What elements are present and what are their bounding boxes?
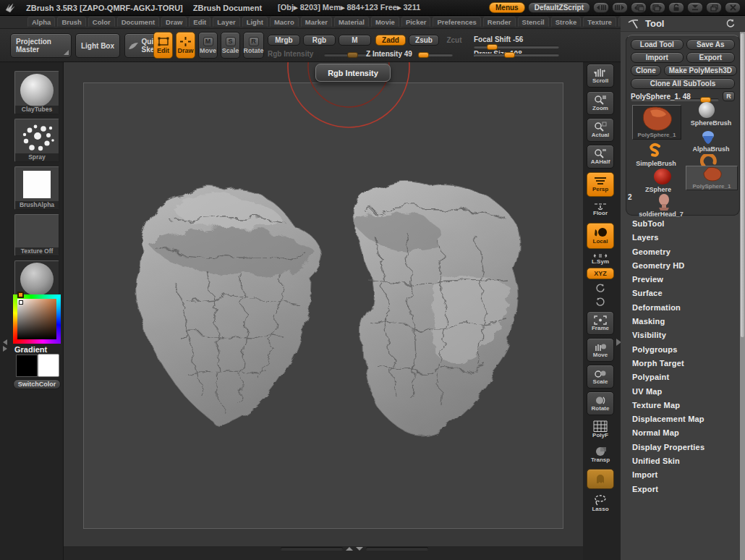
zsub-button[interactable]: Zsub: [409, 35, 439, 46]
secondary-color-swatch[interactable]: [38, 354, 59, 377]
save-as-button[interactable]: Save As: [686, 39, 735, 50]
tool-panel-scrollbar[interactable]: [740, 32, 745, 560]
menu-macro[interactable]: Macro: [270, 17, 299, 27]
bottom-tray-handle[interactable]: [281, 545, 428, 552]
shelf-scale-button[interactable]: Scale: [587, 365, 614, 389]
section-import[interactable]: Import: [632, 468, 741, 482]
menu-material[interactable]: Material: [334, 17, 369, 27]
shelf-zoom-button[interactable]: Zoom: [587, 91, 614, 115]
menu-light[interactable]: Light: [242, 17, 268, 27]
mrgb-button[interactable]: Mrgb: [268, 35, 300, 46]
minimize-button[interactable]: [687, 2, 703, 13]
section-preview[interactable]: Preview: [632, 273, 741, 287]
next-document-button[interactable]: [650, 2, 665, 13]
make-polymesh3d-button[interactable]: Make PolyMesh3D: [664, 65, 737, 76]
rgb-intensity-handle[interactable]: [347, 52, 358, 58]
load-tool-button[interactable]: Load Tool: [631, 39, 684, 50]
draw-size-handle[interactable]: [504, 52, 515, 58]
inventory-polysphere-selected[interactable]: PolySphere_1: [686, 166, 738, 190]
clone-button[interactable]: Clone: [631, 65, 661, 76]
export-button[interactable]: Export: [686, 52, 735, 63]
import-button[interactable]: Import: [631, 52, 684, 63]
section-uv-map[interactable]: UV Map: [632, 385, 741, 399]
section-normal-map[interactable]: Normal Map: [632, 426, 741, 440]
menu-picker[interactable]: Picker: [401, 17, 431, 27]
section-geometry-hd[interactable]: Geometry HD: [632, 259, 741, 273]
draw-button[interactable]: Draw: [176, 32, 195, 59]
m-button[interactable]: M: [339, 35, 371, 46]
clone-all-subtools-button[interactable]: Clone All SubTools: [631, 78, 735, 89]
z-intensity-handle[interactable]: [418, 52, 429, 58]
move-button[interactable]: M Move: [198, 32, 218, 59]
menu-marker[interactable]: Marker: [301, 17, 332, 27]
active-tool-slider[interactable]: PolySphere_1. 48 R: [631, 91, 735, 102]
scale-button[interactable]: S Scale: [221, 32, 240, 59]
switch-color-button[interactable]: SwitchColor: [13, 379, 61, 389]
menu-draw[interactable]: Draw: [161, 17, 187, 27]
scroll-interface-right-button[interactable]: [612, 2, 628, 13]
restore-button[interactable]: [706, 2, 722, 13]
section-export[interactable]: Export: [632, 483, 741, 496]
menu-preferences[interactable]: Preferences: [433, 17, 480, 27]
scroll-interface-left-button[interactable]: [593, 2, 609, 13]
edit-button[interactable]: Edit: [153, 32, 173, 59]
section-texture-map[interactable]: Texture Map: [632, 399, 741, 412]
zcut-button[interactable]: Zcut: [442, 35, 467, 46]
zadd-button[interactable]: Zadd: [375, 35, 406, 46]
section-subtool[interactable]: SubTool: [632, 217, 741, 231]
current-stroke-thumbnail[interactable]: Spray: [14, 119, 59, 162]
menu-layer[interactable]: Layer: [213, 17, 239, 27]
close-button[interactable]: [725, 2, 741, 13]
current-brush-thumbnail[interactable]: ClayTubes: [14, 71, 59, 114]
light-box-button[interactable]: Light Box: [75, 33, 120, 58]
shelf-lsym-button[interactable]: L.Sym: [587, 252, 614, 266]
shelf-frame-button[interactable]: Frame: [587, 311, 614, 335]
left-tray-divider-handle[interactable]: [1, 337, 9, 353]
inventory-spherebrush[interactable]: [699, 102, 718, 118]
rgb-button[interactable]: Rgb: [303, 35, 336, 46]
document-canvas[interactable]: [64, 62, 583, 546]
section-layers[interactable]: Layers: [632, 231, 741, 245]
section-polygroups[interactable]: Polygroups: [632, 343, 741, 357]
color-sv-square[interactable]: [17, 299, 56, 339]
current-texture-thumbnail[interactable]: Texture Off: [14, 214, 59, 256]
projection-master-button[interactable]: Projection Master: [10, 33, 72, 58]
section-deformation[interactable]: Deformation: [632, 301, 741, 315]
section-unified-skin[interactable]: Unified Skin: [632, 454, 741, 468]
spin-z-button[interactable]: [587, 282, 614, 294]
tool-r-button[interactable]: R: [723, 91, 735, 101]
shelf-move-button[interactable]: Move: [587, 338, 614, 362]
section-polypaint[interactable]: Polypaint: [632, 370, 741, 384]
menu-stroke[interactable]: Stroke: [551, 17, 582, 27]
menu-texture[interactable]: Texture: [583, 17, 616, 27]
menu-alpha[interactable]: Alpha: [27, 17, 55, 27]
shelf-aahalf-button[interactable]: AAHalf: [587, 145, 614, 169]
menu-brush[interactable]: Brush: [57, 17, 85, 27]
ghost-transparency-button[interactable]: [587, 469, 614, 489]
scrollbar-thumb[interactable]: [741, 33, 744, 337]
active-tool-thumbnail[interactable]: PolySphere_1: [632, 105, 681, 140]
section-masking[interactable]: Masking: [632, 315, 741, 328]
shelf-floor-button[interactable]: Floor: [587, 200, 614, 219]
menu-document[interactable]: Document: [117, 17, 159, 27]
shelf-actual-button[interactable]: Actual: [587, 118, 614, 142]
tool-palette-header[interactable]: Tool: [621, 16, 745, 32]
color-picker[interactable]: [13, 294, 61, 344]
shelf-transp-button[interactable]: Transp: [587, 443, 614, 466]
menu-movie[interactable]: Movie: [371, 17, 399, 27]
section-displacement-map[interactable]: Displacement Map: [632, 412, 741, 426]
rotate-button[interactable]: R Rotate: [243, 32, 264, 59]
lock-button[interactable]: [668, 2, 684, 13]
menus-button[interactable]: Menus: [489, 2, 525, 13]
spin-r-button[interactable]: [587, 296, 614, 308]
restore-configuration-icon[interactable]: [725, 19, 735, 28]
shelf-rotate-button[interactable]: Rotate: [587, 391, 614, 415]
z-intensity-slider[interactable]: [418, 54, 453, 56]
section-visibility[interactable]: Visibility: [632, 328, 741, 342]
section-morph-target[interactable]: Morph Target: [632, 357, 741, 370]
inventory-simplebrush[interactable]: [647, 143, 664, 161]
menu-edit[interactable]: Edit: [189, 17, 210, 27]
main-color-swatch[interactable]: [16, 355, 38, 377]
current-alpha-thumbnail[interactable]: BrushAlpha: [14, 166, 59, 210]
shelf-lasso-button[interactable]: Lasso: [587, 492, 614, 515]
